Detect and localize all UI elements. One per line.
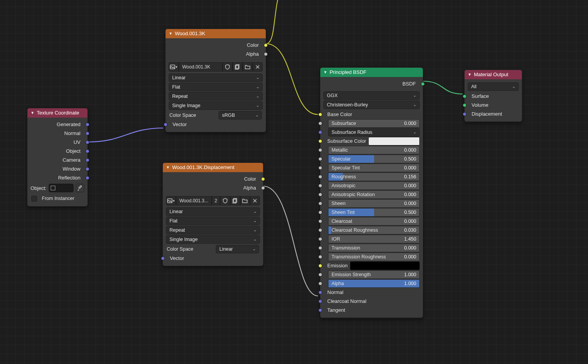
node-material-output[interactable]: ▼ Material Output All⌄ Surface Volume Di… bbox=[464, 70, 522, 122]
input-sheen-tint-slider[interactable]: Sheen Tint0.500 bbox=[328, 208, 420, 217]
node-image-texture-1[interactable]: ▼ Wood.001.3K Color Alpha ▾ Wood.001.3K … bbox=[165, 29, 266, 132]
input-sheen-tint[interactable]: Sheen Tint0.500 bbox=[323, 208, 420, 217]
input-subsurface-radius[interactable]: Subsurface Radius⌄ bbox=[323, 128, 420, 137]
collapse-icon[interactable]: ▼ bbox=[323, 70, 327, 74]
input-vector[interactable]: Vector bbox=[166, 254, 260, 263]
output-bsdf[interactable]: BSDF bbox=[323, 79, 420, 88]
node-header[interactable]: ▼ Wood.001.3K bbox=[166, 29, 266, 38]
node-header[interactable]: ▼ Principled BSDF bbox=[320, 68, 423, 77]
output-generated[interactable]: Generated bbox=[31, 120, 84, 129]
input-subsurface[interactable]: Subsurface0.000 bbox=[323, 119, 420, 128]
input-tangent[interactable]: Tangent bbox=[323, 306, 420, 314]
collapse-icon[interactable]: ▼ bbox=[166, 165, 170, 169]
input-base-color[interactable]: Base Color bbox=[323, 110, 420, 119]
input-specular-slider[interactable]: Specular0.500 bbox=[328, 155, 420, 163]
node-header[interactable]: ▼ Wood.001.3K.Displacement bbox=[163, 163, 263, 172]
open-image-button[interactable] bbox=[240, 196, 250, 205]
input-subsurface-slider[interactable]: Subsurface0.000 bbox=[328, 119, 420, 128]
node-header[interactable]: ▼ Texture Coordinate bbox=[27, 108, 87, 118]
output-uv[interactable]: UV bbox=[31, 138, 84, 147]
fake-user-button[interactable] bbox=[222, 62, 232, 72]
projection-dropdown[interactable]: Flat⌄ bbox=[166, 217, 260, 225]
colorspace-dropdown[interactable]: sRGB⌄ bbox=[219, 111, 262, 120]
node-header[interactable]: ▼ Material Output bbox=[465, 70, 522, 79]
input-specular-tint[interactable]: Specular Tint0.000 bbox=[323, 163, 420, 172]
user-count[interactable]: 2 bbox=[212, 196, 220, 205]
input-transmission-roughness[interactable]: Transmission Roughness0.000 bbox=[323, 252, 420, 261]
output-camera[interactable]: Camera bbox=[31, 156, 84, 164]
output-color[interactable]: Color bbox=[169, 41, 263, 50]
input-anisotropic[interactable]: Anisotropic0.000 bbox=[323, 181, 420, 190]
collapse-icon[interactable]: ▼ bbox=[468, 72, 472, 77]
input-anisotropic-rotation[interactable]: Anisotropic Rotation0.000 bbox=[323, 190, 420, 199]
input-emission-strength-slider[interactable]: Emission Strength1.000 bbox=[328, 270, 420, 279]
image-name-field[interactable]: Wood.001.3... bbox=[176, 196, 212, 205]
input-metallic-slider[interactable]: Metallic0.000 bbox=[328, 146, 420, 154]
extension-dropdown[interactable]: Repeat⌄ bbox=[169, 92, 263, 101]
output-object[interactable]: Object bbox=[31, 147, 84, 156]
new-image-button[interactable] bbox=[232, 62, 243, 72]
input-sheen-slider[interactable]: Sheen0.000 bbox=[328, 199, 420, 208]
from-instancer-checkbox[interactable] bbox=[31, 196, 37, 202]
input-alpha-slider[interactable]: Alpha1.000 bbox=[328, 279, 420, 288]
input-displacement[interactable]: Displacement bbox=[468, 109, 519, 118]
node-texture-coordinate[interactable]: ▼ Texture Coordinate Generated Normal UV… bbox=[27, 108, 88, 207]
output-normal[interactable]: Normal bbox=[31, 129, 84, 138]
browse-image-button[interactable]: ▾ bbox=[169, 62, 179, 72]
input-transmission-roughness-slider[interactable]: Transmission Roughness0.000 bbox=[328, 253, 420, 261]
input-ior-slider[interactable]: IOR1.450 bbox=[328, 235, 420, 243]
output-color[interactable]: Color bbox=[166, 174, 260, 183]
input-normal[interactable]: Normal bbox=[323, 288, 420, 297]
input-emission-swatch[interactable] bbox=[350, 261, 420, 270]
unlink-image-button[interactable] bbox=[250, 196, 260, 205]
projection-dropdown[interactable]: Flat⌄ bbox=[169, 83, 263, 91]
input-clearcoat[interactable]: Clearcoat0.000 bbox=[323, 217, 420, 226]
target-dropdown[interactable]: All⌄ bbox=[468, 82, 519, 91]
input-anisotropic-rotation-slider[interactable]: Anisotropic Rotation0.000 bbox=[328, 190, 420, 199]
eyedropper-button[interactable] bbox=[76, 184, 84, 192]
input-clearcoat-roughness-slider[interactable]: Clearcoat Roughness0.030 bbox=[328, 226, 420, 234]
input-ior[interactable]: IOR1.450 bbox=[323, 234, 420, 243]
output-reflection[interactable]: Reflection bbox=[31, 173, 84, 182]
interpolation-dropdown[interactable]: Linear⌄ bbox=[166, 207, 260, 216]
extension-dropdown[interactable]: Repeat⌄ bbox=[166, 226, 260, 234]
input-subsurface-color[interactable]: Subsurface Color bbox=[323, 137, 420, 145]
input-metallic[interactable]: Metallic0.000 bbox=[323, 145, 420, 154]
input-subsurface-radius-dropdown[interactable]: Subsurface Radius⌄ bbox=[328, 128, 420, 137]
node-image-texture-2[interactable]: ▼ Wood.001.3K.Displacement Color Alpha ▾… bbox=[162, 162, 263, 266]
object-input[interactable] bbox=[49, 184, 74, 192]
input-subsurface-color-swatch[interactable] bbox=[368, 137, 420, 145]
open-image-button[interactable] bbox=[243, 62, 253, 72]
output-alpha[interactable]: Alpha bbox=[169, 50, 263, 58]
input-alpha[interactable]: Alpha1.000 bbox=[323, 279, 420, 288]
colorspace-dropdown[interactable]: Linear⌄ bbox=[216, 245, 259, 253]
image-datablock[interactable]: ▾ Wood.001.3K bbox=[169, 62, 263, 72]
input-volume[interactable]: Volume bbox=[468, 101, 519, 109]
collapse-icon[interactable]: ▼ bbox=[31, 111, 34, 115]
output-window[interactable]: Window bbox=[31, 164, 84, 173]
input-emission[interactable]: Emission bbox=[323, 261, 420, 270]
image-datablock[interactable]: ▾ Wood.001.3... 2 bbox=[166, 196, 260, 205]
input-specular[interactable]: Specular0.500 bbox=[323, 154, 420, 163]
input-clearcoat-slider[interactable]: Clearcoat0.000 bbox=[328, 217, 420, 226]
interpolation-dropdown[interactable]: Linear⌄ bbox=[169, 73, 263, 82]
fake-user-button[interactable] bbox=[220, 196, 230, 205]
input-specular-tint-slider[interactable]: Specular Tint0.000 bbox=[328, 164, 420, 172]
source-dropdown[interactable]: Single Image⌄ bbox=[169, 101, 263, 110]
input-sheen[interactable]: Sheen0.000 bbox=[323, 199, 420, 208]
input-anisotropic-slider[interactable]: Anisotropic0.000 bbox=[328, 181, 420, 190]
node-principled-bsdf[interactable]: ▼ Principled BSDF BSDF GGX⌄ Christensen-… bbox=[320, 67, 423, 318]
input-clearcoat-roughness[interactable]: Clearcoat Roughness0.030 bbox=[323, 226, 420, 234]
input-transmission-slider[interactable]: Transmission0.000 bbox=[328, 244, 420, 252]
input-clearcoat-normal[interactable]: Clearcoat Normal bbox=[323, 297, 420, 306]
browse-image-button[interactable]: ▾ bbox=[166, 196, 176, 205]
input-surface[interactable]: Surface bbox=[468, 92, 519, 101]
collapse-icon[interactable]: ▼ bbox=[169, 31, 173, 36]
source-dropdown[interactable]: Single Image⌄ bbox=[166, 235, 260, 244]
input-vector[interactable]: Vector bbox=[169, 120, 263, 129]
image-name-field[interactable]: Wood.001.3K bbox=[179, 62, 222, 72]
input-roughness[interactable]: Roughness0.156 bbox=[323, 172, 420, 181]
sss-method-dropdown[interactable]: Christensen-Burley⌄ bbox=[323, 101, 420, 109]
input-emission-strength[interactable]: Emission Strength1.000 bbox=[323, 270, 420, 279]
input-transmission[interactable]: Transmission0.000 bbox=[323, 243, 420, 252]
